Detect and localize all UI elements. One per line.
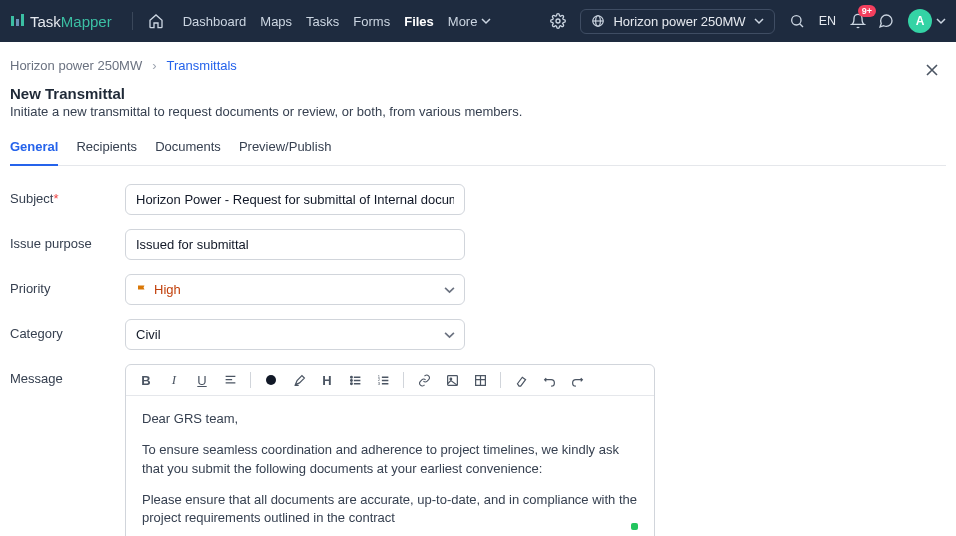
svg-text:3: 3 <box>377 380 380 385</box>
chevron-down-icon <box>481 16 491 26</box>
table-button[interactable] <box>472 372 488 388</box>
search-icon <box>789 13 805 29</box>
chevron-down-icon <box>444 284 455 295</box>
separator <box>132 12 133 30</box>
notifications-button[interactable]: 9+ <box>844 7 872 35</box>
chevron-right-icon: › <box>152 58 156 73</box>
issue-purpose-input[interactable] <box>125 229 465 260</box>
logo-text-mapper: Mapper <box>61 13 112 30</box>
flag-icon <box>136 284 148 296</box>
category-select[interactable]: Civil <box>125 319 465 350</box>
nav-files[interactable]: Files <box>404 14 434 29</box>
issue-purpose-row: Issue purpose <box>10 229 946 260</box>
nav-more[interactable]: More <box>448 14 492 29</box>
logo-text-task: Task <box>30 13 61 30</box>
issue-purpose-label: Issue purpose <box>10 229 125 251</box>
project-picker-label: Horizon power 250MW <box>613 14 745 29</box>
search-button[interactable] <box>783 7 811 35</box>
ordered-list-button[interactable]: 123 <box>375 372 391 388</box>
subject-input[interactable] <box>125 184 465 215</box>
gear-icon <box>550 13 566 29</box>
message-label: Message <box>10 364 125 386</box>
erase-button[interactable] <box>513 372 529 388</box>
language-switch[interactable]: EN <box>819 14 836 28</box>
svg-point-7 <box>350 376 352 378</box>
chat-button[interactable] <box>872 7 900 35</box>
italic-button[interactable]: I <box>166 372 182 388</box>
notification-badge: 9+ <box>858 5 876 17</box>
svg-rect-2 <box>21 14 24 26</box>
page-subtitle: Initiate a new transmittal to request do… <box>10 104 946 119</box>
priority-row: Priority High <box>10 274 946 305</box>
chevron-down-icon <box>444 329 455 340</box>
svg-point-3 <box>556 19 560 23</box>
subject-row: Subject* <box>10 184 946 215</box>
breadcrumb-section[interactable]: Transmittals <box>167 58 237 73</box>
category-row: Category Civil <box>10 319 946 350</box>
message-editor: B I U H 123 <box>125 364 655 536</box>
bullet-list-button[interactable] <box>347 372 363 388</box>
svg-point-6 <box>791 16 800 25</box>
nav-dashboard[interactable]: Dashboard <box>183 14 247 29</box>
close-icon <box>924 62 940 78</box>
svg-rect-0 <box>11 16 14 26</box>
chevron-down-icon <box>754 16 764 26</box>
heading-button[interactable]: H <box>319 372 335 388</box>
svg-point-9 <box>350 382 352 384</box>
settings-button[interactable] <box>544 7 572 35</box>
tab-documents[interactable]: Documents <box>155 133 221 165</box>
message-body[interactable]: Dear GRS team, To ensure seamless coordi… <box>126 396 654 536</box>
priority-label: Priority <box>10 274 125 296</box>
top-bar: TaskMapper Dashboard Maps Tasks Forms Fi… <box>0 0 956 42</box>
link-button[interactable] <box>416 372 432 388</box>
svg-point-14 <box>450 378 452 380</box>
home-icon <box>148 13 164 29</box>
avatar: A <box>908 9 932 33</box>
tab-recipients[interactable]: Recipients <box>76 133 137 165</box>
message-line: Please ensure that all documents are acc… <box>142 491 638 529</box>
svg-rect-1 <box>16 19 19 26</box>
subject-label: Subject* <box>10 184 125 206</box>
color-button[interactable] <box>263 372 279 388</box>
highlight-button[interactable] <box>291 372 307 388</box>
form-tabs: General Recipients Documents Preview/Pub… <box>10 133 946 166</box>
home-button[interactable] <box>143 8 169 34</box>
message-line: To ensure seamless coordination and adhe… <box>142 441 638 479</box>
redo-button[interactable] <box>569 372 585 388</box>
tab-preview[interactable]: Preview/Publish <box>239 133 332 165</box>
underline-button[interactable]: U <box>194 372 210 388</box>
svg-point-8 <box>350 379 352 381</box>
nav-forms[interactable]: Forms <box>353 14 390 29</box>
cursor-indicator <box>631 523 638 530</box>
message-row: Message B I U H 123 <box>10 364 946 536</box>
separator <box>403 372 404 388</box>
editor-toolbar: B I U H 123 <box>126 365 654 396</box>
category-label: Category <box>10 319 125 341</box>
nav-tasks[interactable]: Tasks <box>306 14 339 29</box>
nav-maps[interactable]: Maps <box>260 14 292 29</box>
app-logo: TaskMapper <box>10 13 112 30</box>
page-body: Horizon power 250MW › Transmittals New T… <box>0 42 956 536</box>
image-button[interactable] <box>444 372 460 388</box>
user-menu[interactable]: A <box>900 9 946 33</box>
breadcrumb: Horizon power 250MW › Transmittals <box>10 58 946 73</box>
undo-button[interactable] <box>541 372 557 388</box>
separator <box>500 372 501 388</box>
project-picker[interactable]: Horizon power 250MW <box>580 9 774 34</box>
breadcrumb-project[interactable]: Horizon power 250MW <box>10 58 142 73</box>
tab-general[interactable]: General <box>10 133 58 166</box>
chevron-down-icon <box>936 16 946 26</box>
page-title: New Transmittal <box>10 85 946 102</box>
message-line: Dear GRS team, <box>142 410 638 429</box>
globe-icon <box>591 14 605 28</box>
chat-icon <box>878 13 894 29</box>
align-button[interactable] <box>222 372 238 388</box>
logo-icon <box>10 14 24 28</box>
bold-button[interactable]: B <box>138 372 154 388</box>
main-nav: Dashboard Maps Tasks Forms Files More <box>183 14 492 29</box>
category-value: Civil <box>136 327 161 342</box>
separator <box>250 372 251 388</box>
priority-value: High <box>154 282 181 297</box>
close-button[interactable] <box>924 62 940 78</box>
priority-select[interactable]: High <box>125 274 465 305</box>
